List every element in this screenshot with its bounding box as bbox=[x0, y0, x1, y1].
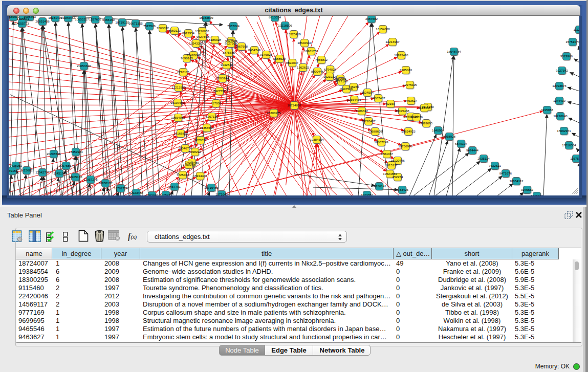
svg-text:12923468: 12923468 bbox=[129, 191, 143, 194]
svg-text:7955812: 7955812 bbox=[315, 58, 328, 61]
svg-text:8267130: 8267130 bbox=[206, 115, 219, 118]
svg-text:9227342: 9227342 bbox=[556, 69, 569, 72]
svg-text:10654112: 10654112 bbox=[509, 179, 524, 183]
svg-text:7357224: 7357224 bbox=[227, 24, 240, 28]
svg-text:1849576: 1849576 bbox=[410, 115, 423, 119]
svg-text:16107553: 16107553 bbox=[170, 101, 185, 104]
svg-text:14055713: 14055713 bbox=[15, 21, 29, 25]
svg-text:15751074: 15751074 bbox=[565, 40, 579, 43]
svg-text:939159: 939159 bbox=[9, 169, 18, 172]
svg-text:19756928: 19756928 bbox=[398, 144, 412, 148]
svg-text:7632621: 7632621 bbox=[489, 164, 502, 167]
svg-text:20206535: 20206535 bbox=[47, 152, 61, 156]
svg-text:10973493: 10973493 bbox=[394, 53, 408, 57]
svg-text:18231405: 18231405 bbox=[48, 16, 62, 19]
svg-text:3215953: 3215953 bbox=[541, 108, 554, 112]
svg-text:16543382: 16543382 bbox=[189, 41, 203, 45]
svg-text:15720407: 15720407 bbox=[361, 119, 376, 123]
svg-text:16120746: 16120746 bbox=[390, 159, 405, 162]
svg-text:16210643: 16210643 bbox=[553, 114, 568, 118]
svg-text:8822037: 8822037 bbox=[286, 61, 299, 64]
svg-text:10025438: 10025438 bbox=[395, 109, 409, 113]
svg-text:8990448: 8990448 bbox=[311, 70, 324, 73]
svg-text:8660123: 8660123 bbox=[168, 29, 181, 32]
svg-text:9899695: 9899695 bbox=[420, 121, 433, 125]
svg-text:10807487: 10807487 bbox=[371, 96, 385, 100]
svg-text:14136141: 14136141 bbox=[372, 184, 386, 188]
svg-text:17016504: 17016504 bbox=[562, 143, 576, 147]
svg-text:6466160: 6466160 bbox=[102, 18, 115, 21]
svg-text:1244419: 1244419 bbox=[553, 99, 566, 102]
svg-text:1167533: 1167533 bbox=[570, 157, 579, 160]
svg-text:10655257: 10655257 bbox=[75, 17, 89, 21]
svg-text:21083452: 21083452 bbox=[61, 16, 75, 19]
svg-text:12975115: 12975115 bbox=[403, 83, 417, 86]
svg-text:20053346: 20053346 bbox=[77, 64, 91, 68]
svg-text:252254: 252254 bbox=[393, 175, 403, 179]
svg-text:62160: 62160 bbox=[386, 102, 395, 105]
svg-text:8427552: 8427552 bbox=[213, 89, 226, 93]
svg-text:17957275: 17957275 bbox=[83, 178, 98, 181]
svg-text:20364436: 20364436 bbox=[347, 98, 361, 101]
svg-text:18724007: 18724007 bbox=[287, 103, 301, 107]
svg-text:9457791: 9457791 bbox=[168, 185, 181, 188]
svg-text:7625402: 7625402 bbox=[177, 173, 189, 177]
svg-text:8813054: 8813054 bbox=[269, 16, 281, 19]
svg-text:2935114: 2935114 bbox=[477, 157, 490, 160]
svg-text:10958107: 10958107 bbox=[98, 181, 113, 185]
svg-text:13226053: 13226053 bbox=[195, 29, 209, 33]
svg-text:16782759: 16782759 bbox=[114, 186, 128, 190]
svg-text:2867608: 2867608 bbox=[235, 45, 248, 48]
svg-text:10719155: 10719155 bbox=[115, 20, 129, 24]
svg-text:19384554: 19384554 bbox=[310, 138, 324, 141]
svg-text:3624554: 3624554 bbox=[361, 91, 374, 94]
svg-text:9884067: 9884067 bbox=[381, 152, 394, 156]
svg-text:9242848: 9242848 bbox=[221, 63, 233, 67]
svg-text:1115682: 1115682 bbox=[20, 168, 33, 172]
svg-text:1733426: 1733426 bbox=[396, 188, 409, 191]
svg-text:19218506: 19218506 bbox=[278, 24, 292, 27]
svg-text:1527602: 1527602 bbox=[89, 17, 102, 21]
svg-text:2603144: 2603144 bbox=[216, 76, 229, 80]
svg-text:1145194: 1145194 bbox=[53, 171, 66, 175]
svg-text:16671355: 16671355 bbox=[128, 21, 143, 25]
svg-text:1615132: 1615132 bbox=[385, 163, 398, 167]
svg-text:1905493: 1905493 bbox=[24, 16, 36, 18]
svg-text:1640954: 1640954 bbox=[432, 128, 445, 132]
svg-text:16961758: 16961758 bbox=[304, 49, 318, 53]
svg-text:9777169: 9777169 bbox=[335, 79, 348, 83]
svg-text:9113468: 9113468 bbox=[418, 106, 430, 110]
svg-text:1092360: 1092360 bbox=[146, 193, 159, 195]
svg-text:6879197: 6879197 bbox=[455, 142, 468, 145]
svg-text:16033809: 16033809 bbox=[199, 16, 213, 19]
svg-text:18640910: 18640910 bbox=[297, 41, 312, 45]
svg-text:7485063: 7485063 bbox=[400, 68, 412, 72]
svg-text:8471676: 8471676 bbox=[499, 171, 512, 175]
svg-text:8454749: 8454749 bbox=[248, 48, 261, 52]
svg-text:9146821: 9146821 bbox=[260, 53, 273, 56]
svg-text:39975867: 39975867 bbox=[59, 164, 73, 167]
svg-text:1409948: 1409948 bbox=[183, 163, 195, 166]
svg-text:10688609: 10688609 bbox=[368, 129, 382, 133]
svg-text:12942737: 12942737 bbox=[35, 170, 50, 174]
svg-text:18807249: 18807249 bbox=[374, 140, 388, 144]
svg-text:746266: 746266 bbox=[349, 85, 359, 89]
svg-text:1073352: 1073352 bbox=[361, 193, 374, 195]
svg-text:10046708: 10046708 bbox=[178, 146, 192, 150]
svg-text:3875685: 3875685 bbox=[223, 51, 235, 54]
svg-text:11353594: 11353594 bbox=[200, 126, 214, 129]
svg-text:16154808: 16154808 bbox=[376, 27, 390, 31]
svg-text:317006: 317006 bbox=[211, 101, 222, 105]
svg-text:1078275: 1078275 bbox=[160, 193, 172, 195]
svg-text:8912954: 8912954 bbox=[182, 31, 195, 35]
svg-text:13325419: 13325419 bbox=[287, 32, 301, 36]
svg-text:9527500: 9527500 bbox=[197, 35, 209, 38]
svg-text:25300275: 25300275 bbox=[267, 111, 281, 115]
svg-text:12905135: 12905135 bbox=[68, 175, 82, 179]
svg-text:1112843: 1112843 bbox=[573, 28, 579, 31]
svg-text:15716485: 15716485 bbox=[204, 186, 219, 189]
svg-text:9463627: 9463627 bbox=[405, 99, 418, 102]
svg-text:12213967: 12213967 bbox=[385, 40, 400, 43]
svg-text:12213389: 12213389 bbox=[171, 85, 186, 89]
svg-text:1588520: 1588520 bbox=[273, 57, 286, 60]
